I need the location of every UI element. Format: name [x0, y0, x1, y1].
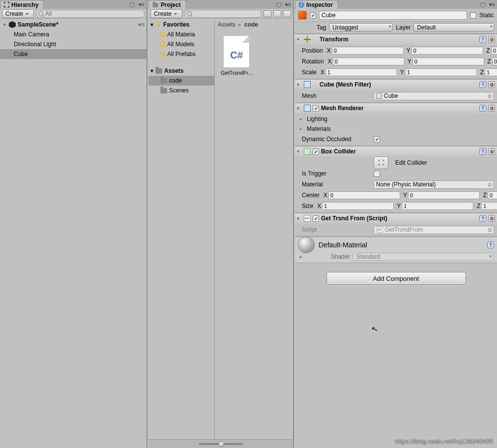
position-z-input[interactable]: [491, 47, 497, 55]
foldout-icon[interactable]: [297, 149, 302, 154]
hierarchy-panel: ⛶ Hierarchy ▾≡ Create All SampleScene* ▾…: [0, 0, 147, 448]
boxcollider-enable-checkbox[interactable]: ✔: [313, 149, 319, 155]
favorite-item[interactable]: All Prefabs: [148, 49, 214, 59]
help-icon[interactable]: ?: [479, 81, 486, 88]
search-filter-icon: [160, 32, 165, 37]
project-label-icon[interactable]: [273, 10, 281, 17]
layer-dropdown[interactable]: Default: [413, 23, 494, 31]
inspector-title: Inspector: [306, 1, 333, 8]
center-z-input[interactable]: [488, 191, 497, 199]
position-x-input[interactable]: [332, 47, 404, 55]
foldout-icon[interactable]: [150, 67, 153, 74]
favorite-item-label: All Models: [167, 41, 194, 48]
add-component-button[interactable]: Add Component: [326, 272, 466, 285]
size-x-input[interactable]: [322, 202, 394, 210]
scale-x-input[interactable]: [325, 68, 397, 76]
scale-z-input[interactable]: [485, 68, 497, 76]
folder-icon: [152, 3, 158, 7]
foldout-icon[interactable]: [297, 106, 302, 111]
rotation-z-input[interactable]: [492, 58, 497, 65]
rotation-x-input[interactable]: [333, 58, 405, 65]
breadcrumb-segment[interactable]: code: [244, 21, 258, 28]
inspector-lock-icon[interactable]: [478, 0, 487, 9]
scale-y-input[interactable]: [405, 68, 477, 76]
breadcrumb-segment[interactable]: Assets: [218, 21, 235, 28]
hierarchy-search-input[interactable]: All: [36, 10, 145, 18]
center-x-input[interactable]: [328, 191, 400, 199]
project-tab[interactable]: Project: [148, 0, 186, 9]
project-menu-icon[interactable]: ▾≡: [283, 0, 293, 9]
size-z-input[interactable]: [481, 202, 497, 210]
shader-dropdown[interactable]: Standard: [353, 253, 494, 261]
gameobject-name-input[interactable]: [319, 11, 467, 20]
tag-dropdown[interactable]: Untagged: [329, 23, 393, 31]
favorite-item[interactable]: All Models: [148, 39, 214, 49]
hierarchy-menu-icon[interactable]: ▾≡: [137, 0, 146, 9]
foldout-icon[interactable]: [297, 216, 302, 221]
hierarchy-item-cube[interactable]: Cube: [0, 49, 146, 59]
is-trigger-checkbox[interactable]: [374, 171, 380, 177]
script-object-field[interactable]: GetTrsndFrom: [374, 226, 494, 234]
dynamic-occluded-checkbox[interactable]: ✔: [374, 136, 380, 143]
meshrenderer-enable-checkbox[interactable]: ✔: [313, 105, 319, 112]
static-checkbox[interactable]: [470, 12, 476, 19]
folder-scenes[interactable]: Scenes: [148, 86, 214, 95]
center-y-input[interactable]: [408, 191, 480, 199]
search-filter-icon: [160, 42, 165, 47]
thumbnail-size-slider[interactable]: [199, 443, 243, 445]
help-icon[interactable]: ?: [479, 215, 486, 222]
foldout-icon[interactable]: [2, 22, 7, 27]
help-icon[interactable]: ?: [479, 105, 486, 112]
help-icon[interactable]: ?: [479, 36, 486, 43]
edit-collider-icon: ⛶: [378, 159, 384, 166]
help-icon[interactable]: ?: [479, 148, 486, 155]
assets-row[interactable]: Assets: [148, 66, 214, 76]
material-help-icon[interactable]: ?: [487, 241, 494, 248]
project-favorite-icon[interactable]: [283, 10, 291, 17]
foldout-icon[interactable]: [297, 82, 302, 87]
hierarchy-item-camera[interactable]: Main Camera: [0, 30, 146, 39]
inspector-menu-icon[interactable]: ▾≡: [487, 0, 497, 9]
script-file-icon: C#: [223, 35, 250, 68]
asset-script-thumb[interactable]: C# GetTrsndFr…: [221, 35, 252, 76]
project-grid[interactable]: Assets ▸ code C# GetTrsndFr…: [215, 20, 293, 439]
favorite-item[interactable]: All Materia: [148, 30, 214, 39]
materials-foldout[interactable]: Materials: [298, 124, 494, 134]
settings-icon[interactable]: ⚙: [488, 105, 495, 112]
favorites-row[interactable]: ★ Favorites: [148, 20, 214, 30]
project-create-button[interactable]: Create: [150, 9, 182, 18]
hierarchy-item-label: Cube: [14, 51, 28, 58]
hierarchy-create-button[interactable]: Create: [2, 9, 34, 18]
size-y-input[interactable]: [402, 202, 473, 210]
folder-code[interactable]: code: [148, 76, 214, 86]
axis-y-label: Y: [406, 58, 411, 65]
material-foldout-icon[interactable]: [300, 254, 302, 259]
lighting-foldout[interactable]: Lighting: [298, 114, 494, 124]
physic-material-field[interactable]: None (Physic Material): [374, 180, 494, 189]
foldout-icon[interactable]: [297, 37, 302, 42]
edit-collider-button[interactable]: ⛶: [374, 156, 388, 169]
foldout-icon[interactable]: [150, 21, 153, 28]
material-preview-icon[interactable]: [298, 237, 315, 253]
gameobject-icon[interactable]: [298, 11, 307, 20]
asset-name: GetTrsndFr…: [221, 70, 252, 76]
project-lock-icon[interactable]: [274, 0, 283, 9]
project-filter-icon[interactable]: [263, 10, 271, 17]
script-enable-checkbox[interactable]: ✔: [313, 215, 319, 222]
project-search-input[interactable]: [184, 10, 262, 18]
settings-icon[interactable]: ⚙: [488, 215, 495, 222]
settings-icon[interactable]: ⚙: [488, 81, 495, 88]
scene-row[interactable]: SampleScene* ▾≡: [0, 20, 146, 30]
hierarchy-tab[interactable]: ⛶ Hierarchy: [0, 0, 44, 9]
settings-icon[interactable]: ⚙: [488, 148, 495, 155]
inspector-tab[interactable]: i Inspector: [295, 0, 338, 9]
gameobject-active-checkbox[interactable]: ✔: [310, 12, 316, 19]
hierarchy-lock-icon[interactable]: [128, 0, 137, 9]
position-y-input[interactable]: [411, 47, 483, 55]
mesh-object-field[interactable]: Cube: [374, 92, 494, 100]
hierarchy-icon: ⛶: [3, 1, 9, 8]
scene-menu-icon[interactable]: ▾≡: [138, 21, 145, 28]
settings-icon[interactable]: ⚙: [488, 36, 495, 43]
rotation-y-input[interactable]: [412, 58, 484, 65]
hierarchy-item-light[interactable]: Directional Light: [0, 39, 146, 49]
